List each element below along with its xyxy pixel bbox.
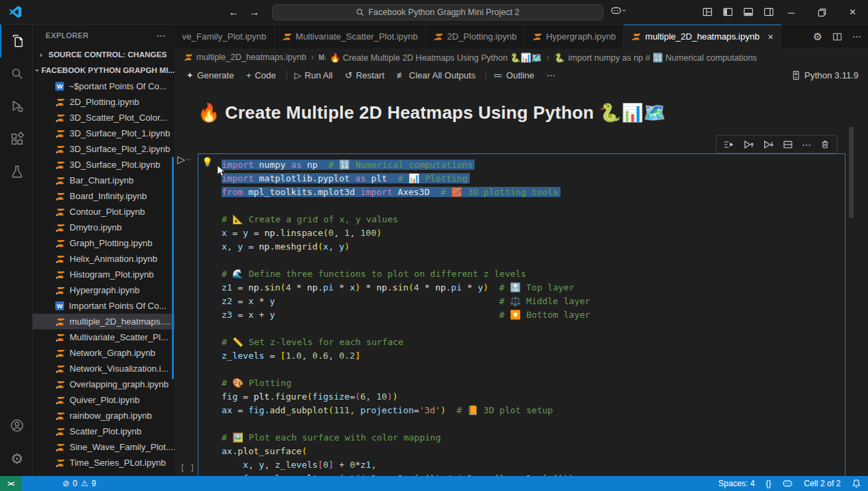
cell-indicator[interactable]: Cell 2 of 2 (804, 479, 841, 488)
list-item[interactable]: Network_Graph.ipynb (33, 345, 175, 361)
code-line[interactable]: x, y, z_levels[0] + 0*z1, (222, 458, 845, 472)
code-line[interactable]: ax = fig.add_subplot(111, projection='3d… (222, 404, 845, 417)
list-item[interactable]: multiple_2D_heatmaps.... (33, 314, 175, 329)
toolbar-button[interactable]: ▷ Run All (290, 69, 338, 82)
toolbar-button[interactable]: ✦ Generate (181, 69, 239, 82)
editor-tab[interactable]: Hypergraph.ipynb × (525, 25, 625, 48)
menu-item[interactable] (68, 10, 82, 15)
breadcrumb-code-cell[interactable]: 🐍 import numpy as np # 🔢 Numerical compu… (554, 53, 757, 63)
code-line[interactable]: ax.plot_surface( (222, 445, 845, 458)
toggle-sidebar-icon[interactable] (723, 7, 733, 17)
copilot-button[interactable]: › (610, 5, 625, 16)
code-line[interactable]: import numpy as np # 🔢 Numerical computa… (222, 158, 845, 172)
list-item[interactable]: Helix_Animation.ipynb (33, 251, 175, 267)
back-arrow-icon[interactable]: ← (228, 6, 239, 18)
code-line[interactable]: # 📐 Create a grid of x, y values (222, 213, 845, 226)
sidebar-item-testing[interactable] (0, 155, 33, 188)
code-line[interactable] (222, 363, 845, 376)
list-item[interactable]: Time_Series_PLot.ipynb (33, 455, 175, 471)
problems-indicator[interactable]: ⊘ 0 ⚠ 9 (63, 479, 96, 488)
code-line[interactable] (222, 254, 845, 267)
more-actions-icon[interactable]: ⋯ (157, 30, 166, 41)
sidebar-item-explorer[interactable] (0, 25, 33, 57)
toolbar-button[interactable]: ≢ Clear All Outputs (392, 69, 481, 82)
close-icon[interactable]: × (768, 31, 773, 42)
toolbar-button[interactable]: ⋯ (542, 69, 564, 82)
execute-below-icon[interactable] (763, 140, 774, 149)
list-item[interactable]: 3D_Scatter_Plot_Color... (33, 110, 175, 125)
menu-item[interactable] (82, 10, 95, 15)
code-line[interactable]: # 📏 Set z-levels for each surface (222, 336, 845, 349)
close-window-button[interactable]: × (837, 0, 868, 25)
code-line[interactable] (222, 417, 845, 431)
list-item[interactable]: Overlapping_graph.ipynb (33, 376, 175, 392)
list-item[interactable]: Histogram_Plot.ipynb (33, 267, 175, 282)
code-line[interactable] (222, 322, 845, 336)
list-item[interactable]: ~$portant Points Of Co... (33, 78, 175, 94)
customize-layout-icon[interactable] (702, 7, 713, 17)
remote-indicator[interactable]: >< (0, 476, 22, 491)
list-item[interactable]: Scatter_Plot.ipynb (33, 423, 175, 439)
editor-tab[interactable]: 2D_Plotting.ipynb × (426, 25, 525, 48)
code-line[interactable]: z2 = x * y # ⚖️ Middle layer (222, 295, 845, 308)
sidebar-item-run-and-debug[interactable] (0, 90, 33, 123)
sidebar-item-search[interactable] (0, 57, 33, 90)
list-item[interactable]: Bar_Chart.ipynb (33, 173, 175, 188)
gear-icon[interactable]: ⚙ (813, 31, 822, 43)
toggle-panel-icon[interactable] (743, 7, 753, 17)
toolbar-button[interactable]: ↺ Restart (340, 69, 389, 82)
code-line[interactable]: x, y = np.meshgrid(x, y) (222, 240, 845, 254)
menu-item[interactable] (55, 10, 68, 15)
code-line[interactable]: # 🎨 Plotting (222, 376, 845, 390)
code-line[interactable]: # 🌊 Define three functions to plot on di… (222, 267, 845, 281)
code-line[interactable]: from mpl_toolkits.mplot3d import Axes3D … (222, 185, 845, 199)
editor-scrollbar[interactable] (849, 127, 854, 218)
forward-arrow-icon[interactable]: → (249, 6, 260, 18)
notifications-bell-icon[interactable] (852, 479, 861, 488)
list-item[interactable]: 3D_Surface_Plot.ipynb (33, 157, 175, 173)
language-mode-indicator[interactable]: {} (766, 479, 771, 488)
list-item[interactable]: Network_Visualization.i... (33, 361, 175, 376)
more-actions-icon[interactable]: ⋯ (802, 142, 811, 147)
code-action-lightbulb-icon[interactable]: 💡 (202, 157, 213, 167)
restore-button[interactable] (807, 0, 837, 25)
list-item[interactable]: Dmytro.ipynb (33, 220, 175, 235)
menu-item[interactable] (41, 10, 55, 15)
list-item[interactable]: Graph_Plotting.ipynb (33, 235, 175, 251)
section-source-control[interactable]: › SOURCE CONTROL: CHANGES (33, 46, 175, 62)
code-line[interactable]: # 🖼️ Plot each surface with color mappin… (222, 431, 845, 445)
menu-item[interactable] (27, 10, 41, 15)
list-item[interactable]: rainbow_graph.ipynb (33, 408, 175, 423)
copilot-status-icon[interactable] (782, 479, 793, 488)
list-item[interactable]: Hypergraph.ipynb (33, 282, 175, 298)
search-bar[interactable]: Facebook Python Gragph Mini Project 2 (272, 4, 603, 20)
indentation-indicator[interactable]: Spaces: 4 (719, 479, 755, 488)
sidebar-item-extensions[interactable] (0, 123, 33, 155)
code-line[interactable]: z1 = np.sin(4 * np.pi * x) * np.sin(4 * … (222, 281, 845, 295)
list-item[interactable]: Important Points Of Co... (33, 298, 175, 314)
execute-above-icon[interactable] (743, 140, 754, 149)
code-line[interactable]: z_levels = [1.0, 0.6, 0.2] (222, 349, 845, 363)
more-actions-icon[interactable]: ⋯ (852, 31, 861, 42)
list-item[interactable]: 2D_Plotting.ipynb (33, 94, 175, 110)
kernel-picker[interactable]: Python 3.11.9 (792, 70, 858, 80)
minimize-button[interactable]: ─ (776, 0, 807, 25)
list-item[interactable]: Quiver_Plot.ipynb (33, 392, 175, 408)
code-line[interactable]: z3 = x + y # 🔽 Bottom layer (222, 308, 845, 322)
toggle-secondary-sidebar-icon[interactable] (764, 7, 774, 17)
list-item[interactable]: Board_Infinity.ipynb (33, 188, 175, 204)
list-item[interactable]: Contour_Plot.ipynb (33, 204, 175, 220)
breadcrumb-heading[interactable]: M↓ 🔥 Create Multiple 2D Heatmaps Using P… (318, 53, 541, 63)
run-by-line-icon[interactable] (723, 140, 734, 149)
editor-tab[interactable]: Multivariate_Scatter_Plot.ipynb × (275, 25, 426, 48)
editor-tab[interactable]: multiple_2D_heatmaps.ipynb × (624, 25, 781, 48)
code-line[interactable]: fig = plt.figure(figsize=(6, 10)) (222, 390, 845, 404)
code-line[interactable]: import matplotlib.pyplot as plt # 📊 Plot… (222, 172, 845, 185)
menu-item[interactable] (95, 10, 109, 15)
split-cell-icon[interactable] (783, 140, 793, 149)
code-line[interactable]: x = y = np.linspace(0, 1, 100) (222, 226, 845, 240)
editor-tab[interactable]: ve_Family_Plot.ipynb × (175, 25, 275, 48)
list-item[interactable]: Multivariate_Scatter_Pl... (33, 329, 175, 345)
account-button[interactable] (0, 409, 33, 442)
menu-item[interactable] (109, 10, 123, 15)
